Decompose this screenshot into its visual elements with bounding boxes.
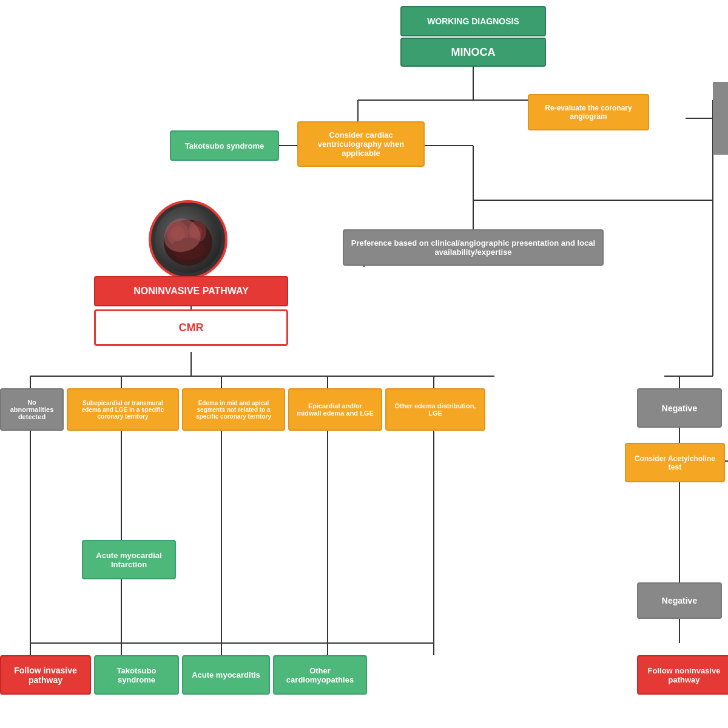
minoca-node: MINOCA — [400, 38, 546, 67]
svg-point-46 — [171, 238, 205, 260]
consider-cardiac-node: Consider cardiac ventriculography when a… — [297, 121, 425, 167]
negative-bottom-node: Negative — [637, 582, 722, 619]
edema-mid-node: Edema in mid and apical segments not rel… — [182, 388, 285, 431]
off-screen-box — [713, 82, 728, 155]
other-cardiomyopathies-node: Other cardiomyopathies — [273, 655, 367, 695]
negative-top-node: Negative — [637, 388, 722, 428]
heart-visual — [155, 206, 221, 273]
acute-myocarditis-node: Acute myocarditis — [182, 655, 270, 695]
takotsubo-bottom-node: Takotsubo syndrome — [94, 655, 179, 695]
follow-invasive-node: Follow invasive pathway — [0, 655, 91, 695]
acute-myocardial-node: Acute myocardial Infarction — [82, 540, 176, 579]
svg-point-44 — [167, 221, 189, 246]
noninvasive-pathway-node: NONINVASIVE PATHWAY — [94, 276, 288, 306]
consider-acetylcholine-node: Consider Acetylcholine test — [625, 443, 725, 482]
subepicardial-node: Subepicardial or transmural edema and LG… — [67, 388, 179, 431]
epicardial-node: Epicardial and/or midwall edema and LGE — [288, 388, 382, 431]
working-diagnosis-node: WORKING DIAGNOSIS — [400, 6, 546, 36]
reevaluate-node: Re-evaluate the coronary angiogram — [528, 94, 649, 130]
takotsubo-top-node: Takotsubo syndrome — [170, 130, 279, 161]
no-abnormalities-node: No abnormalities detected — [0, 388, 64, 431]
other-edema-node: Other edema distribution, LGE — [385, 388, 485, 431]
svg-point-47 — [170, 226, 185, 241]
svg-point-48 — [190, 226, 202, 238]
flowchart-diagram: WORKING DIAGNOSIS MINOCA Re-evaluate the… — [0, 0, 728, 728]
heart-image — [149, 200, 228, 279]
preference-node: Preference based on clinical/angiographi… — [343, 229, 604, 266]
follow-noninvasive-node: Follow noninvasive pathway — [637, 655, 728, 695]
cmr-node: CMR — [94, 309, 288, 346]
svg-point-45 — [188, 221, 206, 243]
